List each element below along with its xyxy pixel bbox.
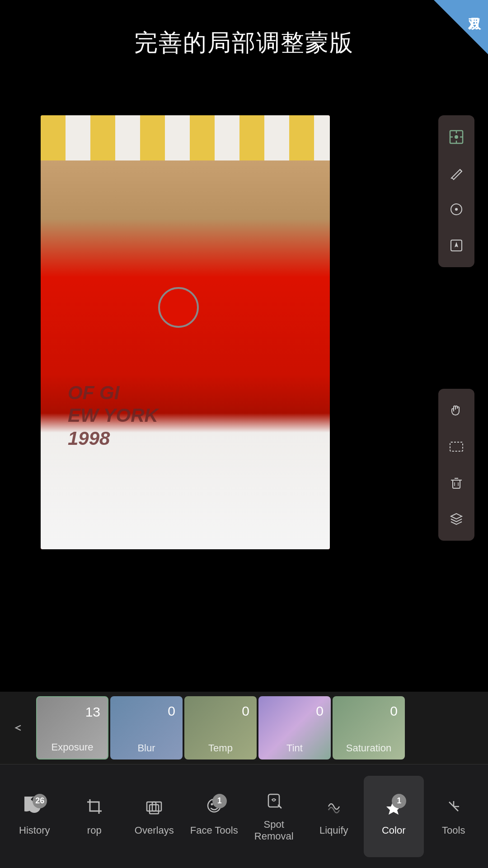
hand-tool-button[interactable]	[438, 392, 474, 429]
adjustment-blur[interactable]: 0 Blur	[110, 696, 183, 760]
nav-tools[interactable]: Tools	[424, 776, 484, 857]
nav-spot-removal[interactable]: Spot Removal	[244, 776, 304, 857]
pen-tool-button[interactable]	[438, 155, 474, 191]
svg-line-22	[278, 805, 281, 808]
selection-indicator[interactable]	[158, 287, 199, 328]
svg-rect-17	[150, 805, 159, 814]
nav-history[interactable]: 26 History	[5, 776, 65, 857]
compass-tool-button[interactable]	[438, 227, 474, 264]
face-tools-icon: 1	[204, 797, 224, 821]
color-icon: 1	[384, 797, 404, 821]
photo-background: OF GI EW YORK 1998	[41, 115, 330, 549]
adjustments-list: 13 Exposure 0 Blur 0 Temp 0 Tint 0 Satur…	[36, 696, 488, 760]
shirt-graphic: OF GI EW YORK 1998	[68, 382, 158, 450]
overlays-icon	[144, 797, 164, 821]
nav-liquify[interactable]: Liquify	[304, 776, 364, 857]
collapse-button[interactable]	[0, 692, 36, 764]
tools-icon	[444, 797, 464, 821]
svg-point-7	[455, 208, 458, 211]
svg-point-5	[455, 135, 458, 139]
nav-color[interactable]: 1 Color	[364, 776, 424, 857]
right-toolbar-top	[438, 115, 474, 267]
layers-button[interactable]	[438, 501, 474, 537]
bottom-navigation: 26 History rop Overlays	[0, 764, 488, 868]
delete-button[interactable]	[438, 465, 474, 501]
right-toolbar-bottom	[438, 389, 474, 541]
page-title: 完善的局部调整蒙版	[0, 27, 488, 59]
liquify-icon	[324, 797, 344, 821]
adjustment-saturation[interactable]: 0 Saturation	[333, 696, 405, 760]
adjustment-exposure[interactable]: 13 Exposure	[36, 696, 108, 760]
mask-tool-button[interactable]	[438, 429, 474, 465]
history-icon: 26	[24, 797, 44, 821]
crop-icon	[84, 797, 104, 821]
radial-tool-button[interactable]	[438, 191, 474, 227]
svg-rect-15	[147, 802, 156, 811]
nav-face-tools[interactable]: 1 Face Tools	[184, 776, 244, 857]
svg-rect-16	[152, 802, 161, 811]
adjustment-tint[interactable]: 0 Tint	[258, 696, 331, 760]
nav-overlays[interactable]: Overlays	[124, 776, 184, 857]
spot-removal-icon	[264, 791, 284, 815]
adjustments-strip: 13 Exposure 0 Blur 0 Temp 0 Tint 0 Satur…	[0, 692, 488, 764]
adjustment-temp[interactable]: 0 Temp	[184, 696, 257, 760]
select-frame-button[interactable]	[438, 119, 474, 155]
nav-crop[interactable]: rop	[65, 776, 125, 857]
svg-rect-10	[453, 480, 460, 488]
photo-subject	[41, 160, 330, 549]
svg-rect-9	[450, 442, 463, 451]
photo-canvas[interactable]: OF GI EW YORK 1998	[41, 115, 330, 549]
